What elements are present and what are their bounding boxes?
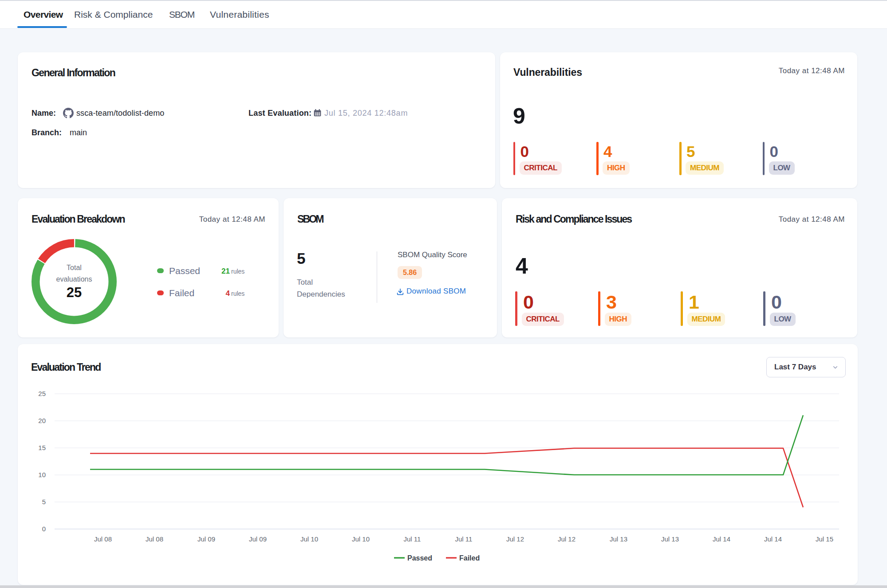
svg-text:Jul 11: Jul 11 xyxy=(404,535,421,543)
svg-text:Passed: Passed xyxy=(407,554,432,562)
svg-text:Jul 14: Jul 14 xyxy=(713,535,730,543)
svg-text:Jul 12: Jul 12 xyxy=(506,535,524,543)
svg-text:5: 5 xyxy=(42,498,46,506)
svg-text:Jul 08: Jul 08 xyxy=(94,535,112,543)
svg-text:25: 25 xyxy=(38,390,46,397)
svg-text:Jul 15: Jul 15 xyxy=(816,535,833,543)
svg-text:Failed: Failed xyxy=(459,554,480,562)
svg-text:15: 15 xyxy=(38,444,46,451)
svg-text:Jul 10: Jul 10 xyxy=(300,535,318,543)
svg-text:Jul 13: Jul 13 xyxy=(661,535,679,543)
svg-text:Jul 12: Jul 12 xyxy=(558,535,576,543)
svg-text:Jul 09: Jul 09 xyxy=(249,535,267,543)
svg-text:0: 0 xyxy=(42,525,46,533)
svg-text:Jul 09: Jul 09 xyxy=(197,535,215,543)
svg-text:Jul 08: Jul 08 xyxy=(146,535,163,543)
svg-text:10: 10 xyxy=(38,471,46,478)
svg-text:Jul 11: Jul 11 xyxy=(455,535,473,543)
svg-text:Jul 13: Jul 13 xyxy=(610,535,627,543)
svg-text:20: 20 xyxy=(38,417,46,424)
svg-text:Jul 10: Jul 10 xyxy=(352,535,370,543)
svg-text:Jul 14: Jul 14 xyxy=(764,535,782,543)
